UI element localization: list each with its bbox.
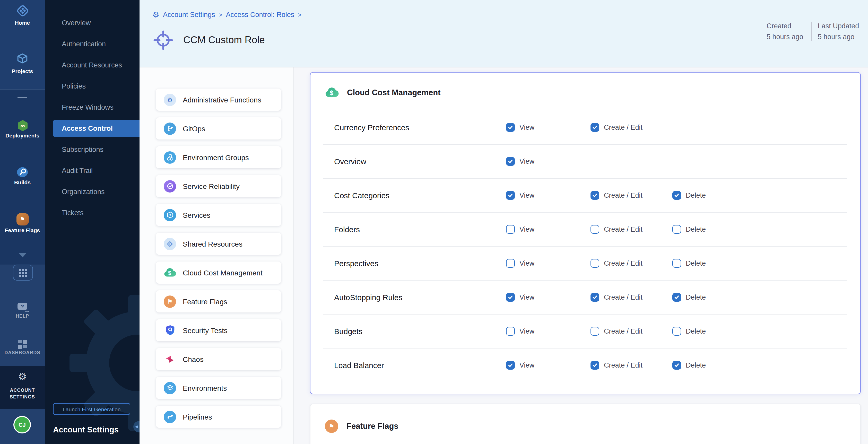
view-checkbox[interactable] bbox=[506, 361, 515, 370]
view-checkbox[interactable] bbox=[506, 293, 515, 302]
nav-item-organizations[interactable]: Organizations bbox=[45, 181, 140, 202]
nav-item-policies[interactable]: Policies bbox=[45, 76, 140, 97]
nav-item-overview[interactable]: Overview bbox=[45, 12, 140, 33]
rail-feature-flags-label[interactable]: Feature Flags bbox=[0, 227, 45, 233]
projects-icon[interactable] bbox=[16, 52, 29, 66]
card-feature-flags[interactable]: ⚑ Feature Flags bbox=[156, 290, 281, 313]
view-label: View bbox=[520, 293, 534, 301]
card-administrative-functions[interactable]: ⚙ Administrative Functions bbox=[156, 89, 281, 111]
rail-help-label[interactable]: HELP bbox=[0, 314, 45, 319]
nav-item-account-resources[interactable]: Account Resources bbox=[45, 55, 140, 76]
svg-text:∞: ∞ bbox=[20, 122, 25, 129]
permission-row-cost-categories: Cost Categories View Create / Edit Delet… bbox=[323, 178, 847, 212]
service-reliability-icon bbox=[164, 180, 176, 192]
create-edit-checkbox[interactable] bbox=[590, 191, 599, 200]
rail-home-label[interactable]: Home bbox=[0, 20, 45, 26]
card-chaos[interactable]: Chaos bbox=[156, 348, 281, 370]
view-checkbox[interactable] bbox=[506, 191, 515, 200]
card-environment-groups[interactable]: Environment Groups bbox=[156, 146, 281, 168]
create-edit-checkbox[interactable] bbox=[590, 123, 599, 132]
delete-checkbox[interactable] bbox=[672, 191, 681, 200]
settings-gear-icon: ⚙ bbox=[152, 11, 159, 19]
nav-item-access-control[interactable]: Access Control bbox=[53, 120, 140, 137]
card-shared-resources[interactable]: Shared Resources bbox=[156, 233, 281, 255]
rail-section-handle bbox=[18, 97, 27, 98]
view-checkbox[interactable] bbox=[506, 327, 515, 336]
delete-checkbox[interactable] bbox=[672, 293, 681, 302]
breadcrumb-account-settings[interactable]: Account Settings bbox=[163, 11, 215, 19]
card-services[interactable]: Services bbox=[156, 204, 281, 226]
rail-builds-label[interactable]: Builds bbox=[0, 179, 45, 185]
feature-flags-panel-icon: ⚑ bbox=[325, 419, 338, 433]
rail-account-label-1[interactable]: ACCOUNT bbox=[0, 388, 45, 393]
view-checkbox[interactable] bbox=[506, 123, 515, 132]
create-edit-label: Create / Edit bbox=[604, 327, 643, 335]
avatar[interactable]: CJ bbox=[13, 416, 31, 434]
create-edit-checkbox[interactable] bbox=[590, 225, 599, 234]
create-edit-checkbox[interactable] bbox=[590, 293, 599, 302]
rail-projects-label[interactable]: Projects bbox=[0, 68, 45, 74]
card-security-tests[interactable]: Security Tests bbox=[156, 319, 281, 341]
delete-checkbox[interactable] bbox=[672, 259, 681, 268]
view-checkbox[interactable] bbox=[506, 259, 515, 268]
dashboards-icon[interactable] bbox=[18, 340, 27, 349]
view-checkbox[interactable] bbox=[506, 225, 515, 234]
card-service-reliability[interactable]: Service Reliability bbox=[156, 175, 281, 197]
delete-checkbox[interactable] bbox=[672, 361, 681, 370]
role-target-icon bbox=[152, 29, 175, 52]
resource-label: Folders bbox=[334, 225, 360, 234]
panel-title: Feature Flags bbox=[346, 422, 399, 431]
rail-deployments-label[interactable]: Deployments bbox=[0, 132, 45, 138]
permission-row-overview: Overview View bbox=[323, 144, 847, 178]
gear-watermark bbox=[60, 286, 140, 440]
nav-item-tickets[interactable]: Tickets bbox=[45, 202, 140, 223]
breadcrumb-access-control-roles[interactable]: Access Control: Roles bbox=[226, 11, 294, 19]
resource-label: Currency Preferences bbox=[334, 123, 409, 132]
sidebar-title: Account Settings bbox=[53, 425, 119, 435]
created-label: Created bbox=[767, 21, 803, 31]
content-area: ⚙ Account Settings > Access Control: Rol… bbox=[140, 0, 868, 444]
view-label: View bbox=[520, 124, 534, 131]
nav-item-subscriptions[interactable]: Subscriptions bbox=[45, 139, 140, 160]
admin-functions-icon: ⚙ bbox=[164, 93, 176, 106]
rail-dashboards-label[interactable]: DASHBOARDS bbox=[0, 350, 45, 355]
builds-icon[interactable] bbox=[16, 165, 29, 179]
module-picker-button[interactable] bbox=[13, 264, 33, 281]
feature-flags-card-icon: ⚑ bbox=[164, 295, 176, 308]
resource-label: AutoStopping Rules bbox=[334, 293, 402, 302]
create-edit-checkbox[interactable] bbox=[590, 259, 599, 268]
chevron-down-icon[interactable] bbox=[19, 253, 26, 257]
account-settings-gear-icon[interactable]: ⚙ bbox=[0, 372, 45, 382]
nav-item-freeze-windows[interactable]: Freeze Windows bbox=[45, 97, 140, 118]
delete-checkbox[interactable] bbox=[672, 225, 681, 234]
view-checkbox[interactable] bbox=[506, 157, 515, 166]
view-label: View bbox=[520, 259, 534, 267]
cloud-cost-panel-icon: $ bbox=[325, 87, 339, 98]
breadcrumb-separator: > bbox=[219, 11, 222, 18]
services-icon bbox=[164, 209, 176, 221]
view-label: View bbox=[520, 191, 534, 199]
create-edit-label: Create / Edit bbox=[604, 191, 643, 199]
card-environments[interactable]: Environments bbox=[156, 377, 281, 399]
card-gitops[interactable]: GitOps bbox=[156, 117, 281, 139]
breadcrumb-separator: > bbox=[298, 11, 302, 18]
help-icon[interactable]: ? bbox=[18, 303, 27, 310]
create-edit-checkbox[interactable] bbox=[590, 327, 599, 336]
nav-item-audit-trail[interactable]: Audit Trail bbox=[45, 160, 140, 181]
deployments-icon[interactable]: ∞ bbox=[16, 118, 29, 132]
pipelines-icon bbox=[164, 411, 176, 423]
environments-icon bbox=[164, 382, 176, 394]
create-edit-checkbox[interactable] bbox=[590, 361, 599, 370]
feature-flags-icon[interactable]: ⚑ bbox=[16, 212, 29, 226]
created-value: 5 hours ago bbox=[767, 31, 803, 42]
launch-first-generation-button[interactable]: Launch First Generation bbox=[53, 403, 130, 415]
view-label: View bbox=[520, 361, 534, 369]
card-cloud-cost-management[interactable]: $ Cloud Cost Management bbox=[156, 261, 281, 284]
home-icon[interactable] bbox=[16, 4, 29, 18]
card-pipelines[interactable]: Pipelines bbox=[156, 406, 281, 428]
rail-account-label-2[interactable]: SETTINGS bbox=[0, 394, 45, 400]
nav-item-authentication[interactable]: Authentication bbox=[45, 33, 140, 55]
delete-checkbox[interactable] bbox=[672, 327, 681, 336]
permissions-area: $ Cloud Cost Management Currency Prefere… bbox=[294, 67, 868, 444]
meta-divider bbox=[812, 22, 812, 41]
